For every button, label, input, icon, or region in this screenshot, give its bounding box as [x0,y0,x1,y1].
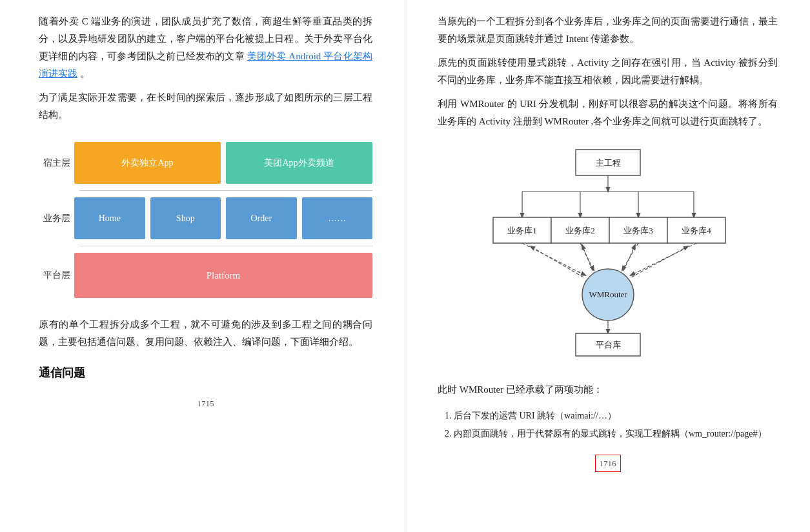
svg-line-21 [631,243,696,275]
left-para1: 随着外卖 C 端业务的演进，团队成员扩充了数倍，商超生鲜等垂直品类的拆分，以及异… [39,13,372,83]
right-page-number: 1716 [595,455,621,472]
platform-layer-label: 平台层 [39,267,74,283]
right-column: 当原先的一个工程拆分到各个业务库后，业务库之间的页面需要进行通信，最主要的场景就… [405,0,810,532]
left-page-number: 1715 [39,396,372,411]
svg-text:业务库1: 业务库1 [507,226,537,235]
order-box: Order [226,197,297,239]
right-para1: 当原先的一个工程拆分到各个业务库后，业务库之间的页面需要进行通信，最主要的场景就… [438,13,778,48]
svg-line-18 [522,243,585,275]
business-layer-label: 业务层 [39,210,74,226]
host-layer-label: 宿主层 [39,155,74,171]
shop-box: Shop [150,197,221,239]
business-layer-row: 业务层 Home Shop Order …… [39,192,372,244]
list-item-2: 内部页面跳转，用于代替原有的显式跳转，实现工程解耦（wm_router://pa… [454,426,778,442]
app1-box: 外卖独立App [74,142,221,184]
svg-line-22 [531,246,583,277]
divider1 [79,190,372,191]
platform-layer-content: Platform [74,248,372,303]
platform-layer-row: 平台层 Platform [39,248,372,303]
divider2 [79,246,372,246]
svg-text:主工程: 主工程 [595,158,620,168]
platform-box: Platform [74,253,372,298]
list-item-1: 后台下发的运营 URI 跳转（waimai://…） [454,408,778,424]
page-container: 随着外卖 C 端业务的演进，团队成员扩充了数倍，商超生鲜等垂直品类的拆分，以及异… [0,0,810,532]
host-layer-row: 宿主层 外卖独立App 美团App外卖频道 [39,137,372,189]
svg-text:业务库2: 业务库2 [565,226,595,235]
right-para2: 原先的页面跳转使用显式跳转，Activity 之间存在强引用，当 Activit… [438,54,778,89]
svg-text:WMRouter: WMRouter [589,290,627,299]
section-title-communication: 通信问题 [39,362,372,383]
left-para3: 原有的单个工程拆分成多个工程，就不可避免的涉及到多工程之间的耦合问题，主要包括通… [39,316,372,351]
svg-line-19 [580,243,594,270]
svg-text:平台库: 平台库 [595,340,620,350]
right-para4: 此时 WMRouter 已经承载了两项功能： [438,381,778,399]
left-para2: 为了满足实际开发需要，在长时间的探索后，逐步形成了如图所示的三层工程结构。 [39,89,372,124]
wmrouter-diagram: 主工程 业务库1 业务库2 业务库3 业务库4 [485,137,731,375]
business-layer-content: Home Shop Order …… [74,192,372,244]
wmrouter-features-list: 后台下发的运营 URI 跳转（waimai://…） 内部页面跳转，用于代替原有… [438,408,778,442]
architecture-diagram: 宿主层 外卖独立App 美团App外卖频道 业务层 Home Shop Orde… [39,137,372,303]
dots-box: …… [302,197,373,239]
wmrouter-svg: 主工程 业务库1 业务库2 业务库3 业务库4 [485,137,731,369]
host-layer-content: 外卖独立App 美团App外卖频道 [74,137,372,189]
left-column: 随着外卖 C 端业务的演进，团队成员扩充了数倍，商超生鲜等垂直品类的拆分，以及异… [0,0,405,532]
app2-box: 美团App外卖频道 [226,142,372,184]
svg-text:业务库4: 业务库4 [682,226,711,235]
svg-text:业务库3: 业务库3 [623,226,653,235]
right-para3: 利用 WMRouter 的 URI 分发机制，刚好可以很容易的解决这个问题。将将… [438,95,778,130]
home-box: Home [74,197,145,239]
right-page-number-container: 1716 [438,455,778,472]
